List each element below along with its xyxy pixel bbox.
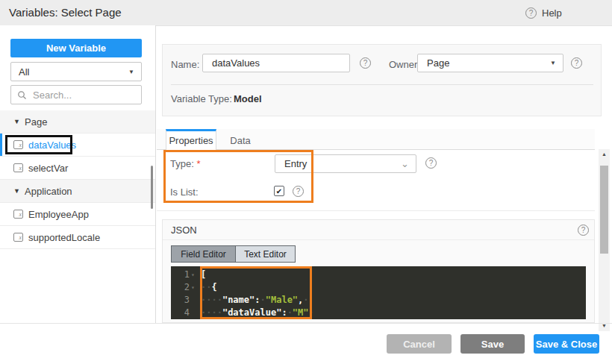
is-list-help-icon[interactable]: ? (293, 186, 304, 197)
json-panel: JSON ? Field Editor Text Editor 1▾[2▾··{… (162, 219, 595, 323)
variables-tree: ▼ Page x dataValues x selectVar ▼ Applic… (0, 110, 155, 249)
owner-select[interactable]: Page ▼ (417, 54, 563, 72)
dropdown-arrow-icon: ▼ (550, 60, 556, 66)
is-list-label: Is List: (170, 186, 199, 198)
variable-summary-panel: Name: * ? Owner: * Page ▼ ? Variable Typ… (162, 44, 602, 116)
help-button[interactable]: ? Help (525, 0, 562, 25)
collapse-arrow-icon[interactable]: ▼ (13, 187, 22, 195)
editor-mode-tabs: Field Editor Text Editor (171, 245, 296, 263)
help-icon: ? (525, 7, 537, 19)
tree-item-selectvar[interactable]: x selectVar (0, 157, 155, 180)
json-panel-header: JSON ? (163, 220, 594, 240)
tab-properties[interactable]: Properties (166, 129, 216, 150)
search-icon (17, 90, 27, 100)
code-line: 4····"dataValue":·"M"· (171, 307, 586, 319)
scroll-down-icon[interactable]: ▼ (599, 323, 610, 328)
json-code-editor[interactable]: 1▾[2▾··{3····"name":·"Male",·4····"dataV… (171, 266, 586, 319)
panel-divider (171, 84, 593, 85)
tree-group-page[interactable]: ▼ Page (0, 110, 155, 134)
fold-arrow-icon (191, 294, 197, 307)
variable-icon: x (13, 163, 23, 172)
tree-item-supportedlocale[interactable]: x supportedLocale (0, 226, 155, 249)
tree-group-label: Page (25, 116, 47, 128)
filter-selected-value: All (19, 66, 128, 78)
content-scrollbar[interactable]: ▲ ▼ (599, 149, 610, 331)
type-label: Type: * (170, 158, 200, 169)
tree-item-datavalues[interactable]: x dataValues (0, 134, 155, 157)
variable-type-label: Variable Type: (171, 93, 232, 104)
sidebar-scrollbar-thumb[interactable] (151, 166, 153, 209)
code-line: 1▾[ (171, 269, 586, 281)
variables-dialog: Variables: Select Page ? Help New Variab… (0, 0, 612, 364)
tree-group-application[interactable]: ▼ Application (0, 180, 155, 203)
check-icon: ✔ (276, 187, 282, 195)
tree-group-label: Application (25, 186, 72, 197)
detail-tabbar: Properties Data (157, 129, 595, 150)
variable-filter-select[interactable]: All ▼ (10, 62, 142, 81)
tree-item-employeeapp[interactable]: x EmployeeApp (0, 203, 155, 226)
code-line: 2▾··{ (171, 281, 586, 294)
new-variable-button[interactable]: New Variable (10, 39, 142, 57)
name-input[interactable] (202, 54, 350, 72)
help-label: Help (542, 7, 562, 19)
type-help-icon[interactable]: ? (425, 157, 437, 169)
code-lines: 1▾[2▾··{3····"name":·"Male",·4····"dataV… (171, 269, 586, 319)
text-editor-tab[interactable]: Text Editor (235, 246, 295, 262)
scroll-up-icon[interactable]: ▲ (599, 151, 610, 157)
selected-indicator-bar (0, 134, 2, 156)
cancel-button[interactable]: Cancel (387, 334, 452, 354)
code-line: 3····"name":·"Male",· (171, 294, 586, 307)
name-help-icon[interactable]: ? (360, 57, 371, 69)
name-label: Name: * (171, 59, 206, 70)
type-select[interactable]: Entry ⌄ (275, 154, 416, 173)
json-help-icon[interactable]: ? (578, 225, 589, 236)
tab-data[interactable]: Data (217, 131, 263, 150)
scrollbar-thumb[interactable] (600, 166, 608, 254)
variables-sidebar: New Variable All ▼ ▼ Page x dataValues (0, 25, 156, 324)
required-marker: * (196, 158, 200, 169)
json-title: JSON (171, 220, 197, 240)
owner-help-icon[interactable]: ? (571, 57, 582, 69)
variable-type-value: Model (234, 93, 262, 104)
fold-arrow-icon[interactable]: ▾ (191, 269, 197, 281)
variable-icon: x (13, 210, 23, 219)
tree-item-label: EmployeeApp (28, 209, 89, 220)
owner-selected-value: Page (427, 57, 550, 69)
search-input[interactable] (31, 89, 135, 101)
is-list-checkbox[interactable]: ✔ (274, 186, 284, 196)
field-editor-tab[interactable]: Field Editor (172, 246, 235, 262)
tree-item-label: supportedLocale (28, 232, 100, 243)
chevron-down-icon: ⌄ (401, 160, 409, 168)
variable-icon: x (13, 233, 23, 242)
save-button[interactable]: Save (460, 334, 525, 354)
page-title: Variables: Select Page (9, 0, 122, 25)
variable-search (10, 85, 142, 104)
save-and-close-button[interactable]: Save & Close (534, 334, 599, 354)
fold-arrow-icon (191, 307, 197, 319)
fold-arrow-icon[interactable]: ▾ (191, 281, 197, 294)
tree-item-label: dataValues (28, 139, 76, 151)
dropdown-arrow-icon: ▼ (128, 69, 134, 75)
footer-divider (0, 323, 612, 324)
collapse-arrow-icon[interactable]: ▼ (13, 118, 22, 125)
variable-icon: x (13, 140, 23, 149)
dialog-header: Variables: Select Page ? Help (0, 0, 612, 26)
tree-item-label: selectVar (28, 163, 68, 174)
type-selected-value: Entry (284, 158, 401, 169)
section-divider (157, 210, 595, 211)
